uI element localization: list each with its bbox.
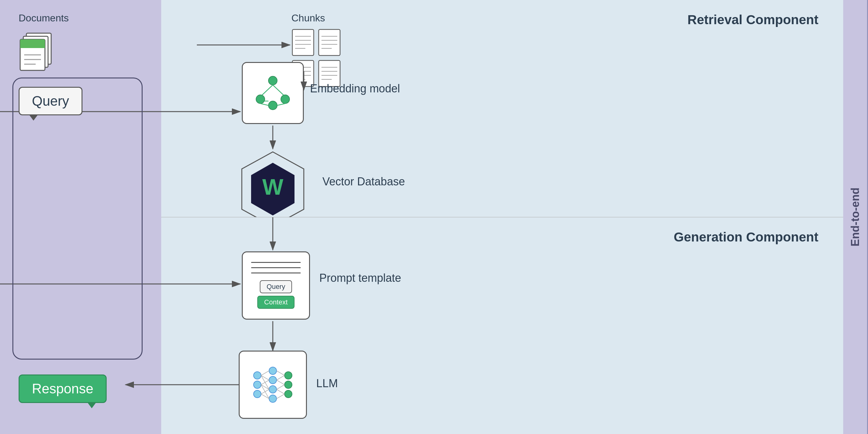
svg-line-68 [261, 371, 269, 375]
svg-point-37 [269, 101, 277, 110]
svg-point-66 [285, 381, 292, 389]
prompt-template-box: Query Context [242, 251, 310, 320]
query-response-box [12, 78, 143, 360]
prompt-query-badge: Query [260, 280, 292, 293]
svg-point-63 [269, 385, 277, 393]
svg-line-76 [277, 371, 285, 375]
svg-point-35 [256, 95, 265, 103]
retrieval-component: Retrieval Component Chunks [161, 0, 843, 217]
svg-point-34 [269, 76, 277, 85]
svg-line-39 [273, 85, 284, 95]
svg-line-74 [261, 390, 269, 394]
generation-label: Generation Component [674, 230, 818, 245]
svg-point-64 [269, 395, 277, 402]
end-to-end-label: End-to-end [843, 0, 868, 434]
svg-point-58 [254, 372, 261, 379]
svg-point-61 [269, 367, 277, 374]
prompt-context-badge: Context [257, 296, 294, 309]
documents-label: Documents [19, 12, 69, 24]
svg-point-60 [254, 390, 261, 398]
svg-point-65 [285, 372, 292, 379]
svg-rect-10 [20, 44, 45, 48]
svg-point-67 [285, 390, 292, 398]
svg-point-62 [269, 376, 277, 384]
chunks-label: Chunks [291, 12, 341, 24]
vector-db-label: Vector Database [322, 175, 405, 188]
svg-text:W: W [262, 175, 283, 199]
documents-icon [19, 29, 59, 75]
llm-icon [248, 360, 298, 409]
svg-rect-19 [319, 29, 340, 56]
embedding-model-label: Embedding model [310, 82, 400, 95]
response-box: Response [19, 374, 106, 403]
svg-line-38 [262, 85, 273, 95]
svg-rect-14 [292, 29, 314, 56]
chunk-icon-2 [318, 29, 341, 56]
retrieval-label: Retrieval Component [688, 12, 818, 27]
prompt-template-label: Prompt template [319, 272, 401, 285]
llm-box [239, 351, 307, 419]
svg-line-41 [260, 103, 269, 105]
svg-point-36 [281, 95, 289, 103]
embedding-model-icon [251, 71, 294, 115]
chunk-icon-1 [291, 29, 315, 56]
llm-label: LLM [316, 377, 338, 390]
svg-line-81 [277, 394, 285, 399]
center-right: Retrieval Component Chunks [161, 0, 843, 434]
svg-line-71 [261, 380, 269, 385]
main-container: Documents [0, 0, 868, 434]
left-panel: Documents [0, 0, 161, 434]
documents-section: Documents [19, 12, 69, 76]
svg-line-78 [277, 380, 285, 385]
svg-line-42 [277, 103, 285, 105]
generation-component: Generation Component Query Context Promp… [161, 217, 843, 434]
svg-line-77 [277, 375, 285, 380]
embedding-model-box [242, 62, 304, 124]
svg-line-80 [277, 390, 285, 394]
svg-line-79 [277, 385, 285, 390]
svg-point-59 [254, 381, 261, 389]
